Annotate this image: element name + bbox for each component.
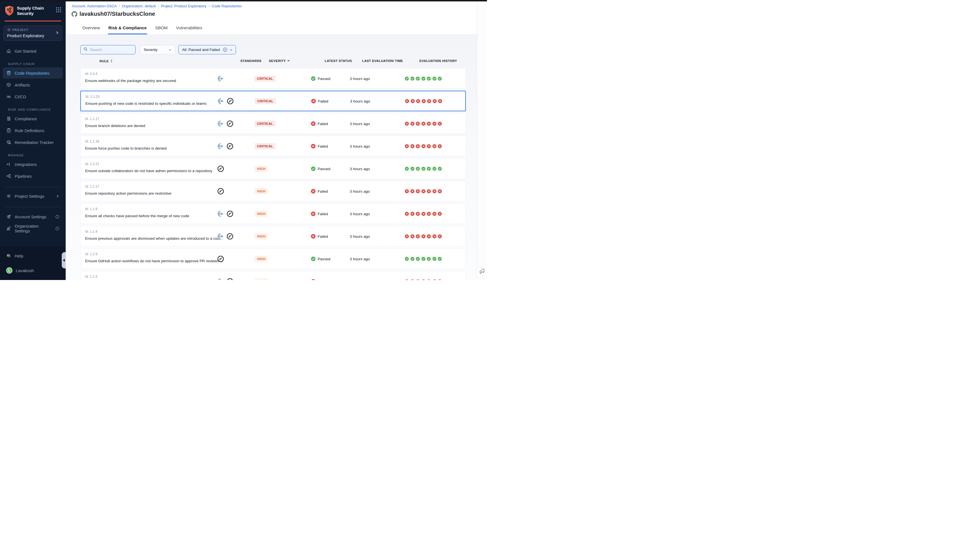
last-evaluation-time: 3 hours ago <box>350 122 370 126</box>
brand-divider <box>5 20 61 22</box>
latest-status-cell: Failed <box>311 234 328 238</box>
rule-name: Ensure previous approvals are dismissed … <box>85 236 223 240</box>
sidebar-item-get-started[interactable]: Get Started <box>3 45 63 57</box>
sidebar-item-code-repositories[interactable]: Code Repositories <box>3 67 63 78</box>
sidebar-item-account-settings[interactable]: Account Settings <box>3 211 63 222</box>
sidebar-item-cicd[interactable]: CI/CD <box>3 91 63 102</box>
evaluation-history <box>405 144 442 148</box>
table-row[interactable]: Id: 1.2.17 Ensure repository action perm… <box>80 181 466 202</box>
standards-cell <box>217 188 224 195</box>
project-label: PROJECT <box>7 28 58 32</box>
rules-table-body: Id: 4.3.4 Ensure webhooks of the package… <box>80 68 466 280</box>
table-row[interactable]: Id: 1.1.5 CIS HIGH Failed 3 hours ago <box>80 271 466 280</box>
app-switcher-grid-icon[interactable] <box>56 7 61 12</box>
sidebar-item-organization-settings[interactable]: Organization Settings <box>3 223 63 234</box>
passed-status-icon <box>311 166 316 171</box>
standards-cell: CIS <box>217 143 233 150</box>
sidebar-item-project-settings[interactable]: Project Settings <box>3 190 63 202</box>
history-fail-icon <box>421 212 425 216</box>
sidebar-item-pipelines[interactable]: Pipelines <box>3 170 63 182</box>
product-name: Supply Chain Security <box>17 5 44 16</box>
owasp-standard-icon <box>227 143 233 150</box>
table-row[interactable]: Id: 1.1.16 Ensure force pushes code to b… <box>80 136 466 156</box>
table-row[interactable]: Id: 4.3.4 Ensure webhooks of the package… <box>80 68 466 89</box>
history-fail-icon <box>427 189 431 193</box>
chevron-right-icon <box>56 194 60 198</box>
breadcrumb-link-account[interactable]: Account: Automation-SSCA <box>72 4 117 8</box>
user-menu[interactable]: L Lavakush <box>3 265 63 276</box>
sidebar-item-remediation-tracker[interactable]: Remediation Tracker <box>3 137 63 148</box>
rule-name: Ensure outside collaborators do not have… <box>85 169 212 173</box>
rule-id: Id: 1.2.17 <box>85 185 99 188</box>
column-latest-status: LATEST STATUS <box>325 59 352 63</box>
history-pass-icon <box>416 76 420 80</box>
status-label: Failed <box>318 122 328 126</box>
history-fail-icon <box>421 144 425 148</box>
svg-text:CIS: CIS <box>219 145 223 148</box>
history-fail-icon <box>410 122 415 126</box>
sort-icon[interactable] <box>110 59 113 63</box>
failed-status-icon <box>311 279 316 280</box>
owasp-standard-icon <box>217 165 224 172</box>
cis-standard-icon: CIS <box>217 210 224 217</box>
github-icon <box>72 11 77 17</box>
tab-risk-and-compliance[interactable]: Risk & Compliance <box>108 25 147 34</box>
svg-text:?: ? <box>8 254 9 256</box>
tab-overview[interactable]: Overview <box>82 25 101 34</box>
table-row[interactable]: Id: 1.1.17 Ensure branch deletions are d… <box>80 113 466 134</box>
status-label: Failed <box>318 144 328 148</box>
history-fail-icon <box>416 279 420 280</box>
history-fail-icon <box>432 279 437 280</box>
latest-status-cell: Passed <box>311 76 330 81</box>
history-fail-icon <box>438 122 442 126</box>
breadcrumb-separator: › <box>118 4 120 8</box>
project-selector[interactable]: PROJECT Product Exploratory <box>3 25 62 41</box>
breadcrumb: Account: Automation-SSCA › Organization:… <box>72 4 242 8</box>
table-row[interactable]: Id: 1.1.15 Ensure pushing of new code is… <box>80 91 466 111</box>
sidebar-collapse-handle[interactable] <box>62 252 66 268</box>
table-row[interactable]: Id: 1.2.9 Ensure GitHub action workflows… <box>80 248 466 269</box>
history-fail-icon <box>427 99 431 103</box>
owasp-standard-icon <box>217 255 224 262</box>
shield-logo-icon <box>5 5 14 17</box>
last-evaluation-time: 3 hours ago <box>350 167 370 171</box>
breadcrumb-link-project[interactable]: Project: Product Exploratory <box>161 4 207 8</box>
clear-filter-icon[interactable] <box>223 47 227 52</box>
sidebar-item-rule-definitions[interactable]: Rule Definitions <box>3 125 63 136</box>
history-fail-icon <box>432 144 437 148</box>
severity-badge: HIGH <box>255 166 268 172</box>
tab-vulnerabilities[interactable]: Vulnerabilities <box>175 25 203 34</box>
table-row[interactable]: Id: 1.2.21 Ensure outside collaborators … <box>80 158 466 179</box>
history-pass-icon <box>432 167 437 171</box>
history-fail-icon <box>432 212 437 216</box>
info-icon[interactable] <box>55 215 60 219</box>
sidebar-item-artifacts[interactable]: Artifacts <box>3 79 63 90</box>
history-pass-icon <box>410 257 415 261</box>
info-icon[interactable] <box>55 227 60 231</box>
rule-name: Ensure branch deletions are denied <box>85 124 145 128</box>
table-row[interactable]: Id: 1.1.9 Ensure all checks have passed … <box>80 203 466 224</box>
breadcrumb-link-code-repositories[interactable]: Code Repositories <box>212 4 242 8</box>
search-input[interactable] <box>90 48 132 52</box>
breadcrumb-link-organization[interactable]: Organization: default <box>122 4 155 8</box>
sidebar-item-integrations[interactable]: Integrations <box>3 158 63 170</box>
last-evaluation-time: 3 hours ago <box>350 279 370 280</box>
cis-standard-icon: CIS <box>217 120 224 127</box>
table-row[interactable]: Id: 1.1.4 Ensure previous approvals are … <box>80 226 466 247</box>
layers-gear-icon <box>6 214 11 219</box>
history-pass-icon <box>438 257 442 261</box>
rule-name: Ensure pushing of new code is restricted… <box>85 102 207 106</box>
caret-down-icon[interactable] <box>287 60 290 62</box>
rule-id: Id: 1.1.5 <box>85 275 97 278</box>
severity-filter-label: Severity <box>144 48 158 52</box>
sidebar-item-help[interactable]: ? Help <box>3 250 63 262</box>
severity-filter-dropdown[interactable]: Severity <box>140 45 175 54</box>
status-filter-dropdown[interactable]: All: Passed and Failed <box>178 45 236 54</box>
chevron-down-icon <box>168 48 172 52</box>
page-header: Account: Automation-SSCA › Organization:… <box>66 2 477 35</box>
standards-cell: CIS <box>218 98 233 105</box>
history-fail-icon <box>405 99 409 103</box>
chat-bubbles-icon[interactable] <box>479 268 485 274</box>
sidebar-item-compliance[interactable]: Compliance <box>3 113 63 124</box>
tab-sbom[interactable]: SBOM <box>154 25 168 34</box>
